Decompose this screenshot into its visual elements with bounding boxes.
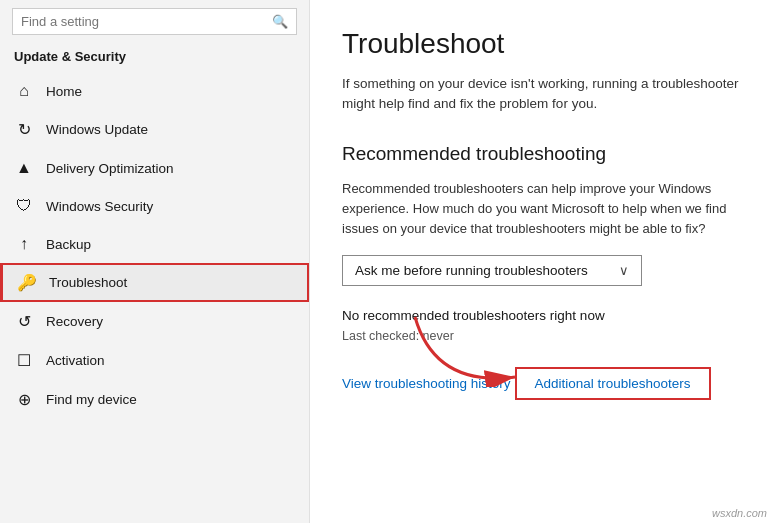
red-arrow-annotation [405, 307, 525, 387]
windows-update-icon: ↻ [14, 120, 34, 139]
sidebar-item-recovery[interactable]: ↺Recovery [0, 302, 309, 341]
windows-security-icon: 🛡 [14, 197, 34, 215]
sidebar-item-home[interactable]: ⌂Home [0, 72, 309, 110]
sidebar-item-label-activation: Activation [46, 353, 105, 368]
last-checked-text: Last checked: never [342, 329, 743, 343]
search-bar[interactable]: 🔍 [12, 8, 297, 35]
sidebar-item-label-windows-update: Windows Update [46, 122, 148, 137]
troubleshoot-icon: 🔑 [17, 273, 37, 292]
sidebar-item-find-my-device[interactable]: ⊕Find my device [0, 380, 309, 419]
sidebar-item-activation[interactable]: ☐Activation [0, 341, 309, 380]
sidebar-item-delivery-optimization[interactable]: ▲Delivery Optimization [0, 149, 309, 187]
dropdown-value: Ask me before running troubleshooters [355, 263, 588, 278]
sidebar-item-label-recovery: Recovery [46, 314, 103, 329]
sidebar-item-label-delivery-optimization: Delivery Optimization [46, 161, 174, 176]
description-text: If something on your device isn't workin… [342, 74, 742, 115]
chevron-down-icon: ∨ [619, 263, 629, 278]
sidebar-item-label-windows-security: Windows Security [46, 199, 153, 214]
activation-icon: ☐ [14, 351, 34, 370]
page-title: Troubleshoot [342, 28, 743, 60]
no-troubleshooters-text: No recommended troubleshooters right now [342, 308, 743, 323]
section-label: Update & Security [0, 45, 309, 72]
arrow-container: Additional troubleshooters [515, 367, 711, 400]
sidebar-item-windows-update[interactable]: ↻Windows Update [0, 110, 309, 149]
search-icon: 🔍 [272, 14, 288, 29]
troubleshooter-dropdown[interactable]: Ask me before running troubleshooters ∨ [342, 255, 642, 286]
sidebar-item-label-backup: Backup [46, 237, 91, 252]
recommended-heading: Recommended troubleshooting [342, 143, 743, 165]
sidebar-item-label-find-my-device: Find my device [46, 392, 137, 407]
sidebar-item-troubleshoot[interactable]: 🔑Troubleshoot [0, 263, 309, 302]
sidebar-item-label-troubleshoot: Troubleshoot [49, 275, 127, 290]
search-input[interactable] [21, 14, 266, 29]
additional-troubleshooters-button[interactable]: Additional troubleshooters [515, 367, 711, 400]
watermark: wsxdn.com [712, 507, 767, 519]
nav-list: ⌂Home↻Windows Update▲Delivery Optimizati… [0, 72, 309, 419]
sidebar-item-backup[interactable]: ↑Backup [0, 225, 309, 263]
find-my-device-icon: ⊕ [14, 390, 34, 409]
recovery-icon: ↺ [14, 312, 34, 331]
recommended-desc: Recommended troubleshooters can help imp… [342, 179, 743, 239]
delivery-optimization-icon: ▲ [14, 159, 34, 177]
sidebar-item-label-home: Home [46, 84, 82, 99]
backup-icon: ↑ [14, 235, 34, 253]
sidebar-item-windows-security[interactable]: 🛡Windows Security [0, 187, 309, 225]
sidebar: 🔍 Update & Security ⌂Home↻Windows Update… [0, 0, 310, 523]
home-icon: ⌂ [14, 82, 34, 100]
main-content: Troubleshoot If something on your device… [310, 0, 775, 523]
